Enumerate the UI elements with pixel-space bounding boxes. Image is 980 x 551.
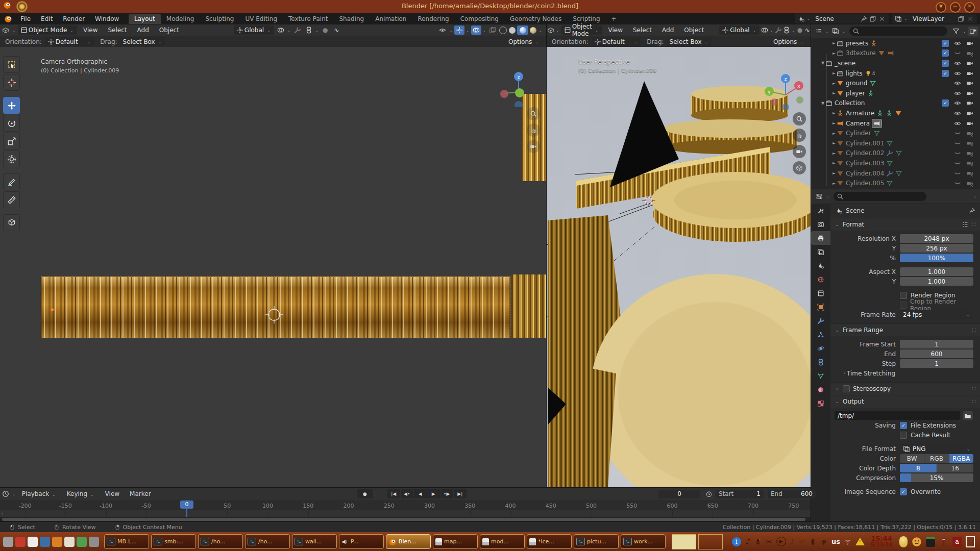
new-collection-icon[interactable] bbox=[968, 27, 978, 36]
taskbar-clock[interactable]: 15:44 5/13/24 bbox=[871, 535, 892, 547]
properties-tab-material[interactable] bbox=[811, 383, 830, 396]
timeline-editor-type-icon[interactable] bbox=[1, 489, 11, 498]
segment-bw[interactable]: BW bbox=[900, 454, 924, 463]
zoom-icon[interactable] bbox=[527, 107, 540, 120]
transform-orientation-dropdown[interactable]: Global⌄ bbox=[719, 26, 760, 35]
taskbar-launcher-icon[interactable] bbox=[64, 537, 75, 547]
taskbar-window-mbl[interactable]: ›_MB-L... bbox=[104, 534, 149, 549]
gear-object-partial[interactable] bbox=[511, 274, 546, 338]
properties-tab-particles[interactable] bbox=[811, 328, 830, 341]
remove-viewlayer-icon[interactable] bbox=[966, 15, 975, 22]
auto-keying-record-button[interactable]: ● bbox=[357, 489, 373, 498]
segment-16[interactable]: 16 bbox=[937, 464, 974, 472]
taskbar-window-pictu[interactable]: ›_pictu... bbox=[574, 534, 619, 549]
taskbar-launcher-icon[interactable] bbox=[28, 537, 38, 547]
current-frame-field[interactable]: 0 bbox=[658, 490, 700, 498]
jump-to-end-button[interactable]: ▶| bbox=[454, 489, 467, 498]
properties-editor-type-icon[interactable] bbox=[814, 192, 824, 201]
hide-viewport-icon[interactable] bbox=[953, 140, 962, 147]
tray-emoji-icon[interactable] bbox=[912, 535, 922, 548]
options-dropdown[interactable]: Options⌄ bbox=[771, 37, 807, 46]
outliner-row-_scene[interactable]: ▼_scene✓ bbox=[811, 58, 980, 68]
exclude-checkbox[interactable]: ✓ bbox=[942, 49, 949, 57]
outliner-row-cylinder.005[interactable]: ►Cylinder.005 bbox=[811, 178, 980, 188]
taskbar-launcher-icon[interactable] bbox=[15, 537, 26, 547]
pin-icon[interactable] bbox=[859, 15, 868, 22]
hide-viewport-icon[interactable] bbox=[953, 70, 962, 77]
hide-viewport-icon[interactable] bbox=[953, 99, 962, 107]
tray-keyboard-layout-icon[interactable]: us bbox=[831, 535, 840, 548]
tool-add-cube[interactable] bbox=[3, 214, 20, 231]
camera-view-icon[interactable] bbox=[527, 140, 540, 153]
filter-icon[interactable] bbox=[951, 27, 961, 36]
playhead-frame-badge[interactable]: 0 bbox=[180, 500, 193, 509]
workspace-tab-shading[interactable]: Shading bbox=[333, 14, 370, 24]
expand-arrow-icon[interactable]: ► bbox=[831, 51, 837, 56]
expand-arrow-icon[interactable]: ► bbox=[831, 111, 837, 115]
exclude-checkbox[interactable]: ✓ bbox=[942, 70, 949, 77]
disable-render-icon[interactable] bbox=[965, 90, 974, 97]
proportional-falloff-icon[interactable]: ∿ bbox=[804, 26, 811, 35]
prop-slider[interactable]: 100% bbox=[900, 254, 973, 262]
viewport-menu-select[interactable]: Select bbox=[103, 24, 132, 36]
prop-checkbox[interactable] bbox=[900, 302, 906, 309]
outliner-row-camera[interactable]: ►Camera bbox=[811, 118, 980, 129]
show-overlays-icon[interactable] bbox=[471, 26, 481, 35]
prop-field-y[interactable]: 1.000 bbox=[900, 277, 973, 286]
tray-warning-icon[interactable]: ! bbox=[855, 535, 865, 548]
tool-scale[interactable] bbox=[3, 133, 20, 149]
taskbar-window-work[interactable]: ›_work... bbox=[621, 534, 666, 549]
pan-hand-icon[interactable] bbox=[527, 123, 540, 137]
exclude-checkbox[interactable]: ✓ bbox=[942, 60, 949, 67]
expand-arrow-icon[interactable]: ► bbox=[831, 181, 837, 186]
taskbar-window-ho[interactable]: ›_/ho... bbox=[245, 534, 290, 549]
disable-render-icon[interactable] bbox=[965, 60, 974, 67]
orthographic-grid-icon[interactable] bbox=[793, 161, 806, 174]
disable-render-icon[interactable] bbox=[965, 120, 974, 127]
frame-end-field[interactable]: End 600 bbox=[768, 490, 816, 498]
transform-orientation-dropdown[interactable]: Global⌄ bbox=[234, 26, 274, 35]
expand-arrow-icon[interactable]: ► bbox=[831, 171, 837, 176]
disable-render-icon[interactable] bbox=[965, 139, 974, 147]
disable-render-icon[interactable] bbox=[965, 80, 974, 87]
frame-start-field[interactable]: Start 1 bbox=[716, 490, 764, 498]
output-path-field[interactable]: /tmp/ bbox=[835, 411, 960, 420]
mode-dropdown[interactable]: Object Mode⌄ bbox=[561, 26, 602, 35]
segment-rgba[interactable]: RGBA bbox=[949, 454, 973, 463]
tool-annotate[interactable] bbox=[3, 173, 20, 190]
jump-to-start-button[interactable]: |◀ bbox=[387, 489, 400, 498]
taskbar-window-smb[interactable]: ›_smb:... bbox=[151, 534, 196, 549]
disable-render-icon[interactable] bbox=[965, 110, 974, 117]
disable-render-icon[interactable] bbox=[965, 169, 974, 177]
unlink-scene-icon[interactable] bbox=[877, 15, 887, 22]
prop-field-step[interactable]: 1 bbox=[900, 359, 973, 368]
shading-material-preview-icon[interactable] bbox=[517, 26, 528, 35]
tray-cut-icon[interactable]: ✂ bbox=[766, 535, 772, 548]
viewport-menu-view[interactable]: View bbox=[603, 24, 628, 36]
timeline-menu-keying[interactable]: Keying ⌄ bbox=[62, 488, 100, 499]
prop-checkbox[interactable] bbox=[900, 292, 907, 299]
disable-render-icon[interactable] bbox=[965, 130, 974, 137]
tray-muted-note-icon[interactable]: ♪ bbox=[790, 535, 795, 548]
segment-rgb[interactable]: RGB bbox=[924, 454, 948, 463]
tray-usb-icon[interactable] bbox=[820, 535, 827, 548]
properties-tab-tool[interactable] bbox=[811, 204, 830, 217]
outliner-row-lights[interactable]: ►lights4✓ bbox=[811, 68, 980, 79]
pin-icon[interactable] bbox=[968, 207, 975, 214]
tray-pill-icon[interactable] bbox=[899, 535, 908, 548]
prop-segmented[interactable]: BWRGBRGBA bbox=[900, 454, 973, 463]
tray-bluetooth-icon[interactable] bbox=[809, 535, 816, 548]
thumbnail[interactable] bbox=[672, 534, 696, 549]
shading-wireframe-icon[interactable] bbox=[499, 27, 507, 34]
viewport-menu-select[interactable]: Select bbox=[628, 24, 657, 36]
panel-checkbox[interactable] bbox=[843, 385, 850, 392]
properties-tab-constraints[interactable] bbox=[811, 355, 830, 369]
tool-cursor-3d[interactable] bbox=[3, 74, 20, 91]
next-keyframe-button[interactable]: •▶ bbox=[440, 489, 453, 498]
properties-tab-scene[interactable] bbox=[811, 259, 830, 272]
outliner-row-3dtexture[interactable]: ►3dtexture✓ bbox=[811, 48, 980, 59]
outliner-row-presets[interactable]: ►presets✓ bbox=[811, 38, 980, 48]
snap-magnet-icon[interactable] bbox=[292, 26, 303, 35]
panel-header-output[interactable]: ⌄Output∷ bbox=[830, 395, 980, 408]
expand-arrow-icon[interactable]: ► bbox=[831, 91, 837, 95]
